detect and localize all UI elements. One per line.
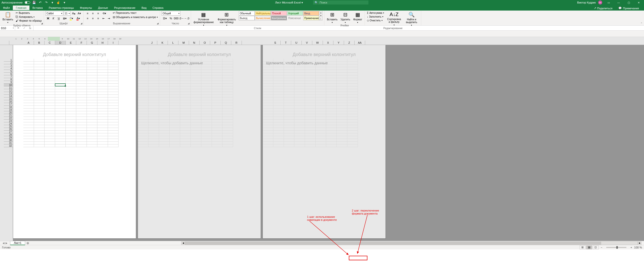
dialog-launcher-icon[interactable]: ◢ xyxy=(40,22,43,25)
row-header[interactable]: 21 xyxy=(4,114,13,117)
row-header[interactable]: 17 xyxy=(4,103,13,106)
col-header[interactable]: C xyxy=(45,41,55,45)
number-format-combo[interactable]: Общий▾ xyxy=(162,11,180,16)
tab-formulas[interactable]: Формулы xyxy=(77,6,95,11)
row-header[interactable]: 30 xyxy=(4,139,13,142)
row-header[interactable]: 27 xyxy=(4,131,13,133)
align-center-icon[interactable]: ≡ xyxy=(90,16,95,21)
tab-page-layout[interactable]: Разметка страницы xyxy=(46,6,77,11)
zoom-percent[interactable]: 100 % xyxy=(634,246,642,249)
col-header[interactable]: W xyxy=(312,41,323,45)
insert-cells-button[interactable]: ⊞Вставить▾ xyxy=(326,11,338,24)
col-header[interactable]: I xyxy=(108,41,119,45)
styles-gallery-more[interactable]: ▴▾⌄ xyxy=(319,11,323,20)
style-good[interactable]: Хороший xyxy=(287,11,303,16)
row-header[interactable]: 10 xyxy=(4,84,13,86)
col-header[interactable]: T xyxy=(281,41,291,45)
row-header[interactable]: 14 xyxy=(4,95,13,97)
find-select-button[interactable]: 🔍Найти и выделить▾ xyxy=(404,11,420,27)
row-header[interactable]: 15 xyxy=(4,97,13,100)
merge-center-button[interactable]: ⊟Объединить и поместить в центре ▾ xyxy=(112,15,158,19)
accounting-icon[interactable]: ☰▾ xyxy=(162,16,168,21)
orientation-icon[interactable]: ⟲▾ xyxy=(101,11,107,16)
col-header[interactable]: M xyxy=(178,41,189,45)
row-header[interactable]: 13 xyxy=(4,92,13,95)
align-top-icon[interactable]: ≡ xyxy=(85,11,90,16)
row-header[interactable]: 24 xyxy=(4,122,13,125)
page-1[interactable]: Добавьте верхний колонтитул xyxy=(13,45,136,238)
page-3[interactable]: Добавьте верхний колонтитул Щелкните, чт… xyxy=(263,45,386,238)
copy-button[interactable]: ⿻Копировать ▾ xyxy=(15,15,42,19)
row-header[interactable]: 31 xyxy=(4,142,13,144)
indent-decrease-icon[interactable]: ⇤ xyxy=(101,16,106,21)
decrease-font-icon[interactable]: A▾ xyxy=(77,11,82,16)
row-header[interactable]: 9 xyxy=(4,81,13,84)
row-header[interactable]: 29 xyxy=(4,136,13,139)
autosum-button[interactable]: ΣАвтосумма ▾ xyxy=(366,11,385,15)
increase-font-icon[interactable]: A▴ xyxy=(71,11,76,16)
comments-button[interactable]: 💬Примечания xyxy=(616,6,641,11)
select-all-corner[interactable] xyxy=(0,41,9,45)
hscroll-right-icon[interactable]: ▶ xyxy=(638,241,641,245)
cell-grid[interactable] xyxy=(138,59,261,147)
col-header[interactable]: D xyxy=(55,41,66,45)
col-header[interactable]: AA xyxy=(355,41,365,45)
cut-button[interactable]: ✂Вырезать xyxy=(15,11,42,15)
tab-help[interactable]: Справка xyxy=(149,6,166,11)
user-avatar[interactable]: ВК xyxy=(598,1,602,5)
col-header[interactable]: Z xyxy=(344,41,355,45)
row-header[interactable]: 2 xyxy=(4,62,13,64)
col-header[interactable]: K xyxy=(157,41,168,45)
row-header[interactable]: 26 xyxy=(4,128,13,131)
conditional-formatting-button[interactable]: ▦ Условное форматирование▾ xyxy=(193,11,215,27)
decrease-decimal-icon[interactable]: ←.0 xyxy=(184,16,189,21)
qat-dropdown-icon[interactable]: ▾ xyxy=(62,1,66,5)
col-header[interactable]: F xyxy=(76,41,87,45)
indent-increase-icon[interactable]: ⇥ xyxy=(106,16,111,21)
col-header[interactable]: Y xyxy=(333,41,344,45)
add-sheet-button[interactable]: ⊕ xyxy=(25,241,30,245)
tab-data[interactable]: Данные xyxy=(95,6,111,11)
zoom-out-icon[interactable]: − xyxy=(599,246,604,249)
fill-color-button[interactable]: ◇▾ xyxy=(68,16,75,21)
view-page-layout-button[interactable]: ▦ xyxy=(586,245,592,249)
comma-icon[interactable]: 000 xyxy=(174,16,179,21)
font-color-button[interactable]: A▾ xyxy=(75,16,82,21)
col-header[interactable]: U xyxy=(291,41,302,45)
data-placeholder[interactable]: Щелкните, чтобы добавить данные xyxy=(264,60,329,66)
share-button[interactable]: ↗Поделиться xyxy=(591,6,615,11)
horizontal-ruler[interactable]: 1 2 3 4 5 6 7 8 9 10 11 12 13 14 15 16 1… xyxy=(0,37,644,41)
horizontal-scrollbar[interactable] xyxy=(185,241,638,245)
row-header[interactable]: 25 xyxy=(4,125,13,128)
tab-insert[interactable]: Вставка xyxy=(29,6,46,11)
col-header[interactable]: R xyxy=(231,41,242,45)
style-bad[interactable]: Плохой xyxy=(271,11,287,16)
paste-button[interactable]: 📋 Вставить ▾ xyxy=(2,11,14,24)
row-header[interactable]: 23 xyxy=(4,120,13,122)
align-right-icon[interactable]: ≡ xyxy=(96,16,101,21)
save-icon[interactable]: 💾 xyxy=(32,1,36,5)
minimize-icon[interactable]: — xyxy=(615,0,622,5)
tab-home[interactable]: Главная xyxy=(13,6,29,11)
style-note[interactable]: Примечание xyxy=(303,16,319,20)
hscroll-left-icon[interactable]: ◀ xyxy=(181,241,185,245)
style-calculation[interactable]: Вычисление xyxy=(255,16,271,20)
zoom-slider[interactable] xyxy=(606,247,626,248)
percent-icon[interactable]: % xyxy=(168,16,173,21)
fill-button[interactable]: ↓Заполнить ▾ xyxy=(366,15,385,18)
border-button[interactable]: ⊞▾ xyxy=(61,16,68,21)
format-as-table-button[interactable]: ⊞ Форматировать как таблицу▾ xyxy=(216,11,238,27)
autosave-toggle[interactable] xyxy=(25,1,30,4)
row-header[interactable]: 6 xyxy=(4,73,13,75)
collapse-ribbon-icon[interactable]: ⌃ xyxy=(640,22,642,25)
sheet-tab[interactable]: Лист1 xyxy=(10,241,25,245)
align-left-icon[interactable]: ≡ xyxy=(85,16,90,21)
ribbon-display-icon[interactable]: ▭ xyxy=(605,0,612,5)
style-output[interactable]: Вывод xyxy=(239,16,255,20)
undo-icon[interactable]: ↶ xyxy=(38,1,42,5)
row-header[interactable]: 4 xyxy=(4,67,13,70)
col-header[interactable]: X xyxy=(323,41,333,45)
delete-cells-button[interactable]: ⊟Удалить▾ xyxy=(339,11,351,24)
style-input[interactable]: Ввод xyxy=(303,11,319,16)
wrap-text-button[interactable]: ↵Переносить текст xyxy=(112,11,158,15)
